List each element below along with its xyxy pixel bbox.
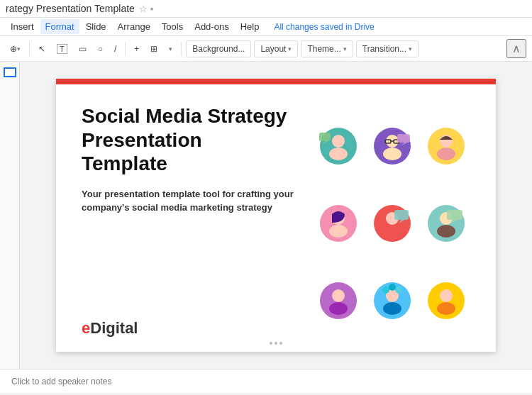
layout-select[interactable]: Layout ▾	[254, 40, 298, 57]
svg-point-36	[389, 284, 396, 291]
avatar-4	[318, 203, 359, 247]
svg-point-7	[383, 148, 401, 160]
svg-rect-22	[394, 210, 409, 220]
avatar-2	[372, 126, 413, 169]
menu-slide[interactable]: Slide	[81, 19, 111, 34]
toolbar-divider-1	[29, 42, 30, 56]
scroll-dot-1	[270, 342, 272, 345]
avatar-3	[426, 126, 467, 169]
slides-panel	[0, 62, 20, 369]
shape-icon: ○	[98, 44, 103, 54]
transition-chevron: ▾	[409, 45, 412, 52]
svg-point-2	[329, 148, 348, 160]
menu-arrange[interactable]: Arrange	[113, 19, 155, 34]
brand-text: Digital	[90, 319, 138, 337]
svg-point-30	[332, 289, 345, 302]
menu-tools[interactable]: Tools	[157, 19, 188, 34]
table-dropdown[interactable]: ▾	[165, 43, 177, 55]
star-icon[interactable]: ☆	[139, 4, 148, 14]
document-title: rategy Presentation Template	[6, 3, 135, 14]
svg-point-31	[329, 302, 348, 315]
svg-rect-3	[319, 133, 331, 141]
svg-point-1	[332, 135, 345, 148]
menu-format[interactable]: Format	[40, 19, 79, 34]
svg-point-39	[440, 289, 453, 302]
speaker-notes[interactable]: Click to add speaker notes	[0, 369, 532, 393]
toolbar: ⊕ ▾ ↖ T ▭ ○ / + ⊞ ▾ Background... Layout…	[0, 36, 532, 62]
slide-left-panel: Social Media Strategy Presentation Templ…	[82, 104, 314, 338]
image-icon: ▭	[79, 44, 87, 54]
svg-point-37	[395, 286, 402, 294]
avatar-8	[372, 280, 413, 324]
transition-label: Transition...	[362, 44, 406, 54]
zoom-icon: ⊕	[10, 44, 17, 54]
slide-content: Social Media Strategy Presentation Templ…	[56, 84, 496, 352]
table-button[interactable]: ⊞	[146, 41, 162, 57]
layout-chevron: ▾	[288, 45, 292, 52]
avatar-9	[426, 280, 467, 324]
svg-point-40	[437, 302, 455, 315]
speaker-notes-text: Click to add speaker notes	[11, 377, 111, 386]
svg-point-26	[437, 225, 455, 238]
scroll-indicator	[270, 342, 282, 345]
menu-help[interactable]: Help	[235, 19, 265, 34]
menu-insert[interactable]: Insert	[6, 19, 39, 34]
svg-point-34	[383, 302, 401, 315]
slide-title: Social Media Strategy Presentation Templ…	[82, 104, 314, 176]
svg-point-35	[382, 286, 389, 294]
scroll-dot-3	[279, 342, 282, 345]
text-tool-button[interactable]: T	[52, 41, 72, 57]
main-area: Social Media Strategy Presentation Templ…	[0, 62, 532, 369]
folder-icon[interactable]: ▪	[150, 4, 154, 14]
avatar-6	[426, 203, 467, 247]
background-select[interactable]: Background...	[186, 40, 251, 57]
background-label: Background...	[192, 44, 245, 54]
line-tool-button[interactable]: /	[110, 41, 121, 57]
image-tool-button[interactable]: ▭	[74, 41, 91, 57]
avatar-5	[372, 203, 413, 247]
zoom-chevron: ▾	[17, 45, 21, 52]
svg-point-15	[437, 148, 455, 160]
line-icon: /	[114, 44, 116, 54]
slide-title-line3: Template	[82, 152, 167, 174]
canvas-area[interactable]: Social Media Strategy Presentation Templ…	[20, 62, 532, 369]
title-bar: rategy Presentation Template ☆ ▪	[0, 0, 532, 18]
brand-e: e	[82, 319, 90, 337]
slide-title-line2: Presentation	[82, 129, 202, 151]
toolbar-divider-3	[181, 42, 182, 56]
zoom-button[interactable]: ⊕ ▾	[6, 41, 25, 57]
collapse-toolbar-button[interactable]: ∧	[506, 39, 526, 58]
svg-point-21	[383, 225, 401, 238]
slide-right-panel	[314, 104, 470, 338]
theme-select[interactable]: Theme... ▾	[301, 40, 353, 57]
shape-tool-button[interactable]: ○	[94, 41, 107, 57]
menu-bar: Insert Format Slide Arrange Tools Add-on…	[0, 18, 532, 36]
toolbar-divider-2	[125, 42, 126, 56]
avatar-7	[318, 280, 359, 324]
text-icon: T	[57, 44, 67, 54]
avatar-1	[318, 126, 359, 169]
add-button[interactable]: +	[130, 41, 143, 57]
svg-rect-27	[447, 210, 462, 220]
slide-brand: eDigital	[82, 319, 314, 338]
table-icon: ⊞	[150, 44, 157, 54]
scroll-dot-2	[275, 342, 277, 345]
slide-thumbnail-1[interactable]	[4, 67, 16, 77]
select-tool-button[interactable]: ↖	[34, 41, 50, 57]
layout-label: Layout	[260, 44, 286, 54]
save-status: All changes saved in Drive	[274, 22, 374, 32]
svg-rect-11	[397, 134, 410, 143]
slide-canvas[interactable]: Social Media Strategy Presentation Templ…	[56, 79, 496, 352]
svg-point-18	[329, 225, 348, 238]
transition-select[interactable]: Transition... ▾	[356, 40, 419, 57]
cursor-icon: ↖	[38, 44, 45, 54]
slide-red-bar	[56, 79, 496, 84]
slide-subtitle: Your presentation template tool for craf…	[82, 187, 294, 215]
theme-chevron: ▾	[343, 45, 347, 52]
slide-title-line1: Social Media Strategy	[82, 105, 287, 127]
plus-icon: +	[134, 44, 139, 54]
toolbar-right: ∧	[506, 39, 526, 58]
theme-label: Theme...	[307, 44, 340, 54]
menu-addons[interactable]: Add-ons	[189, 19, 233, 34]
